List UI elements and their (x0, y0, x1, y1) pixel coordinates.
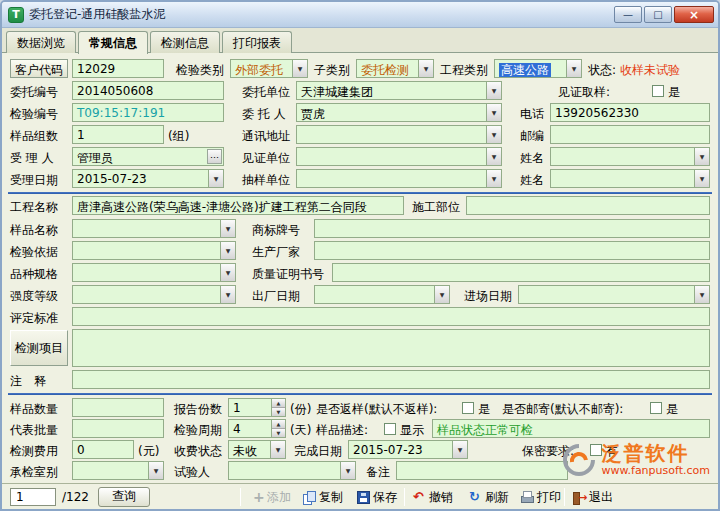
save-button[interactable]: 保存 (354, 487, 400, 507)
project-name-input[interactable]: 唐津高速公路(荣乌高速-津塘公路)扩建工程第二合同段 (72, 196, 404, 215)
test-fee-input[interactable]: 0 (72, 440, 134, 459)
witness-unit-select[interactable] (296, 147, 502, 166)
chevron-down-icon[interactable] (566, 60, 581, 77)
chevron-down-icon[interactable] (694, 170, 709, 187)
calendar-dropdown-icon[interactable] (434, 286, 449, 303)
inspection-cycle-stepper[interactable]: 4 (228, 419, 286, 438)
inspection-no-input[interactable]: T09:15:17:191 (72, 103, 224, 122)
spin-down-icon[interactable] (272, 428, 285, 437)
factory-date-picker[interactable] (314, 285, 450, 304)
note-input[interactable] (72, 370, 710, 389)
entry-date-picker[interactable] (518, 285, 710, 304)
query-button[interactable]: 查询 (98, 487, 150, 507)
titlebar: T 委托登记-通用硅酸盐水泥 — □ × (2, 2, 718, 28)
inspection-category-select[interactable]: 外部委托 (230, 59, 308, 78)
refresh-button[interactable]: 刷新 (466, 487, 512, 507)
chevron-down-icon[interactable] (340, 462, 355, 479)
quality-cert-no-label: 质量证明书号 (252, 266, 324, 283)
inspection-basis-label: 检验依据 (10, 244, 58, 261)
record-index-input[interactable]: 1 (10, 488, 56, 506)
chevron-down-icon[interactable] (694, 148, 709, 165)
spin-up-icon[interactable] (272, 420, 285, 428)
postcode-input[interactable] (550, 125, 710, 144)
inspection-basis-select[interactable] (72, 241, 236, 260)
chevron-down-icon[interactable] (148, 462, 163, 479)
mail-sample-checkbox[interactable] (650, 402, 662, 414)
maximize-button[interactable]: □ (644, 6, 672, 23)
project-category-select[interactable]: 高速公路 (494, 59, 582, 78)
tab-print-report[interactable]: 打印报表 (222, 31, 292, 53)
customer-code-button[interactable]: 客户代码 (10, 59, 68, 78)
return-sample-checkbox[interactable] (462, 402, 474, 414)
calendar-dropdown-icon[interactable] (208, 170, 223, 187)
spin-up-icon[interactable] (272, 399, 285, 407)
chevron-down-icon[interactable] (220, 264, 235, 281)
chevron-down-icon[interactable] (486, 126, 501, 143)
represent-batch-input[interactable] (72, 419, 164, 438)
commission-no-input[interactable]: 2014050608 (72, 81, 224, 100)
customer-code-input[interactable]: 12029 (72, 59, 164, 78)
finish-date-picker[interactable]: 2015-07-23 (348, 440, 468, 459)
exit-button[interactable]: 退出 (570, 487, 616, 507)
brand-no-input[interactable] (314, 219, 710, 238)
remark-input[interactable] (396, 461, 568, 480)
chevron-down-icon[interactable] (220, 220, 235, 237)
tester-select[interactable] (228, 461, 356, 480)
tester-label: 试验人 (174, 464, 210, 481)
chevron-down-icon[interactable] (270, 441, 285, 458)
client-person-select[interactable]: 贾虎 (296, 103, 502, 122)
sampling-unit-select[interactable] (296, 169, 502, 188)
commission-unit-select[interactable]: 天津城建集团 (296, 81, 502, 100)
test-room-select[interactable] (72, 461, 164, 480)
tab-data-browse[interactable]: 数据浏览 (6, 31, 76, 53)
browse-ellipsis-button[interactable] (207, 149, 222, 164)
chevron-down-icon[interactable] (220, 242, 235, 259)
status-value: 收样未试验 (620, 62, 680, 79)
minimize-button[interactable]: — (614, 6, 642, 23)
chevron-down-icon[interactable] (418, 60, 433, 77)
print-button[interactable]: 打印 (518, 487, 564, 507)
exit-icon (573, 491, 586, 504)
chevron-down-icon[interactable] (292, 60, 307, 77)
tab-general-info[interactable]: 常规信息 (78, 31, 148, 54)
strength-grade-select[interactable] (72, 285, 236, 304)
sample-name-select[interactable] (72, 219, 236, 238)
chevron-down-icon[interactable] (486, 82, 501, 99)
add-button[interactable]: 添加 (248, 487, 294, 507)
variety-spec-label: 品种规格 (10, 266, 58, 283)
sampling-name-select[interactable] (550, 169, 710, 188)
chevron-down-icon[interactable] (486, 170, 501, 187)
sample-status-input[interactable]: 样品状态正常可检 (432, 419, 710, 438)
test-items-button[interactable]: 检测项目 (10, 330, 68, 366)
construction-part-input[interactable] (466, 196, 710, 215)
witness-name-select[interactable] (550, 147, 710, 166)
calendar-dropdown-icon[interactable] (452, 441, 467, 458)
sub-category-select[interactable]: 委托检测 (356, 59, 434, 78)
test-items-input[interactable] (72, 329, 710, 367)
sample-qty-input[interactable] (72, 398, 164, 417)
sample-groups-input[interactable]: 1 (72, 125, 164, 144)
spin-down-icon[interactable] (272, 407, 285, 416)
inspection-category-value: 外部委托 (235, 63, 283, 77)
chevron-down-icon[interactable] (486, 148, 501, 165)
calendar-dropdown-icon[interactable] (694, 286, 709, 303)
chevron-down-icon[interactable] (486, 104, 501, 121)
tab-test-info[interactable]: 检测信息 (150, 31, 220, 53)
quality-cert-no-input[interactable] (332, 263, 710, 282)
sampling-unit-label: 抽样单位 (242, 172, 290, 189)
variety-spec-select[interactable] (72, 263, 236, 282)
witness-sampling-checkbox[interactable] (652, 85, 664, 97)
phone-input[interactable]: 13920562330 (550, 103, 710, 122)
manufacturer-input[interactable] (314, 241, 710, 260)
contact-address-select[interactable] (296, 125, 502, 144)
sample-desc-checkbox[interactable] (384, 423, 396, 435)
eval-standard-input[interactable] (72, 307, 710, 326)
acceptor-input[interactable]: 管理员 (72, 147, 224, 166)
close-button[interactable]: × (674, 6, 714, 23)
report-copies-stepper[interactable]: 1 (228, 398, 286, 417)
chevron-down-icon[interactable] (220, 286, 235, 303)
fee-status-select[interactable]: 未收 (228, 440, 286, 459)
copy-button[interactable]: 复制 (300, 487, 346, 507)
undo-button[interactable]: 撤销 (410, 487, 456, 507)
accept-date-picker[interactable]: 2015-07-23 (72, 169, 224, 188)
